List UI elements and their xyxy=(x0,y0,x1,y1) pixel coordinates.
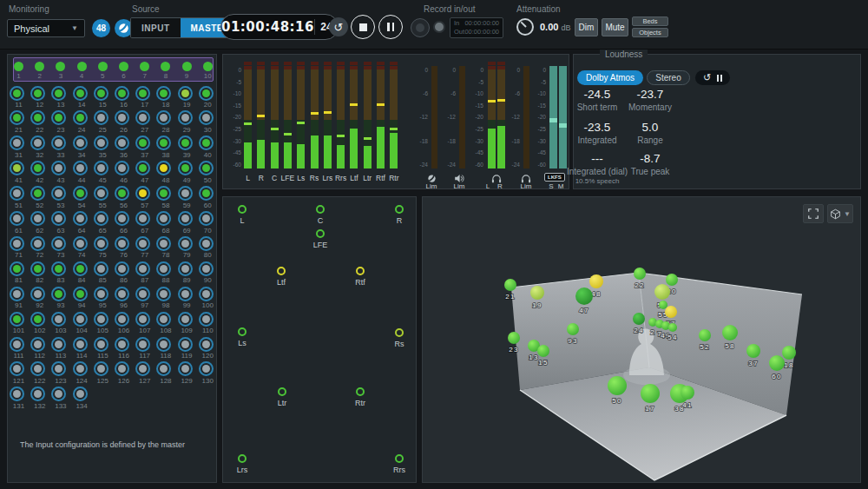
channel-dot-37[interactable] xyxy=(135,135,150,150)
channel-dot-9[interactable] xyxy=(182,62,192,71)
channel-dot-21[interactable] xyxy=(10,110,24,125)
channel-dot-83[interactable] xyxy=(51,261,66,276)
channel-dot-14[interactable] xyxy=(73,86,88,101)
channel-dot-81[interactable] xyxy=(10,261,24,276)
channel-dot-128[interactable] xyxy=(156,361,171,376)
channel-dot-31[interactable] xyxy=(10,135,24,150)
channel-dot-45[interactable] xyxy=(94,161,108,175)
channel-dot-102[interactable] xyxy=(30,312,45,327)
channel-dot-30[interactable] xyxy=(199,110,214,125)
channel-dot-100[interactable] xyxy=(199,287,214,301)
channel-dot-120[interactable] xyxy=(199,337,214,352)
speaker-R[interactable] xyxy=(395,205,404,214)
channel-dot-125[interactable] xyxy=(94,361,108,376)
speaker-count-badge[interactable]: 48 xyxy=(92,19,110,37)
channel-dot-101[interactable] xyxy=(10,312,24,327)
channel-dot-69[interactable] xyxy=(178,211,193,226)
channel-dot-99[interactable] xyxy=(178,287,193,301)
channel-dot-41[interactable] xyxy=(10,161,24,175)
channel-dot-95[interactable] xyxy=(94,287,108,301)
channel-dot-44[interactable] xyxy=(73,161,88,175)
channel-dot-50[interactable] xyxy=(199,161,214,175)
channel-dot-91[interactable] xyxy=(10,287,24,301)
channel-dot-15[interactable] xyxy=(94,86,108,101)
speaker-Ls[interactable] xyxy=(238,327,247,336)
channel-dot-93[interactable] xyxy=(51,287,66,301)
channel-dot-92[interactable] xyxy=(30,287,45,301)
channel-dot-60[interactable] xyxy=(199,186,214,201)
channel-dot-75[interactable] xyxy=(94,236,108,251)
channel-dot-3[interactable] xyxy=(56,62,65,71)
channel-dot-58[interactable] xyxy=(156,186,171,201)
channel-dot-89[interactable] xyxy=(178,261,193,276)
record-inout-toggle[interactable] xyxy=(433,21,445,33)
channel-dot-84[interactable] xyxy=(73,261,88,276)
channel-dot-88[interactable] xyxy=(156,261,171,276)
channel-dot-27[interactable] xyxy=(135,110,150,125)
channel-dot-65[interactable] xyxy=(94,211,108,226)
channel-dot-51[interactable] xyxy=(10,186,24,201)
channel-dot-111[interactable] xyxy=(10,337,24,352)
channel-dot-47[interactable] xyxy=(135,161,150,175)
loudness-reset-icon[interactable]: ↺ xyxy=(703,72,711,83)
objects-button[interactable]: Objects xyxy=(632,28,668,37)
channel-dot-103[interactable] xyxy=(51,312,66,327)
channel-dot-104[interactable] xyxy=(73,312,88,327)
channel-dot-130[interactable] xyxy=(199,361,214,376)
speaker-L[interactable] xyxy=(238,205,247,214)
channel-dot-59[interactable] xyxy=(178,186,193,201)
speaker-Lrs[interactable] xyxy=(238,454,247,463)
channel-dot-62[interactable] xyxy=(30,211,45,226)
speaker-Ltf[interactable] xyxy=(277,267,286,275)
monitoring-device-select[interactable]: Physical ▼ xyxy=(7,19,85,37)
channel-dot-70[interactable] xyxy=(199,211,214,226)
channel-dot-56[interactable] xyxy=(115,186,129,201)
channel-dot-7[interactable] xyxy=(140,62,149,71)
channel-dot-122[interactable] xyxy=(30,361,45,376)
channel-dot-82[interactable] xyxy=(30,261,45,276)
channel-dot-74[interactable] xyxy=(73,236,88,251)
channel-dot-106[interactable] xyxy=(115,312,129,327)
channel-dot-105[interactable] xyxy=(94,312,108,327)
return-to-start-button[interactable]: ↺ xyxy=(329,17,348,36)
channel-dot-49[interactable] xyxy=(178,161,193,175)
record-inout-box[interactable]: In 00:00:00:00 Out 00:00:00:00 xyxy=(450,17,503,38)
loudness-pause-icon[interactable] xyxy=(717,75,722,82)
channel-dot-10[interactable] xyxy=(203,62,213,71)
channel-dot-35[interactable] xyxy=(94,135,108,150)
channel-dot-36[interactable] xyxy=(115,135,129,150)
beds-button[interactable]: Beds xyxy=(632,17,668,26)
record-button[interactable] xyxy=(411,18,430,37)
channel-dot-85[interactable] xyxy=(94,261,108,276)
channel-dot-76[interactable] xyxy=(115,236,129,251)
channel-dot-119[interactable] xyxy=(178,337,193,352)
dim-button[interactable]: Dim xyxy=(575,18,598,36)
channel-dot-26[interactable] xyxy=(115,110,129,125)
channel-dot-118[interactable] xyxy=(156,337,171,352)
channel-dot-61[interactable] xyxy=(10,211,24,226)
channel-dot-25[interactable] xyxy=(94,110,108,125)
channel-dot-79[interactable] xyxy=(178,236,193,251)
channel-dot-86[interactable] xyxy=(115,261,129,276)
channel-dot-33[interactable] xyxy=(51,135,66,150)
channel-dot-73[interactable] xyxy=(51,236,66,251)
channel-dot-32[interactable] xyxy=(30,135,45,150)
channel-dot-42[interactable] xyxy=(30,161,45,175)
channel-dot-23[interactable] xyxy=(51,110,66,125)
attenuation-knob[interactable] xyxy=(516,18,534,36)
view-mode-button[interactable]: ▼ xyxy=(827,204,853,223)
channel-dot-63[interactable] xyxy=(51,211,66,226)
channel-dot-114[interactable] xyxy=(73,337,88,352)
channel-dot-127[interactable] xyxy=(135,361,150,376)
channel-dot-132[interactable] xyxy=(30,387,45,401)
channel-dot-113[interactable] xyxy=(51,337,66,352)
channel-dot-46[interactable] xyxy=(115,161,129,175)
channel-dot-48[interactable] xyxy=(156,161,171,175)
speaker-LFE[interactable] xyxy=(316,229,325,238)
channel-dot-13[interactable] xyxy=(51,86,66,101)
channel-dot-28[interactable] xyxy=(156,110,171,125)
channel-dot-97[interactable] xyxy=(135,287,150,301)
channel-dot-116[interactable] xyxy=(115,337,129,352)
channel-dot-121[interactable] xyxy=(10,361,24,376)
channel-dot-115[interactable] xyxy=(94,337,108,352)
